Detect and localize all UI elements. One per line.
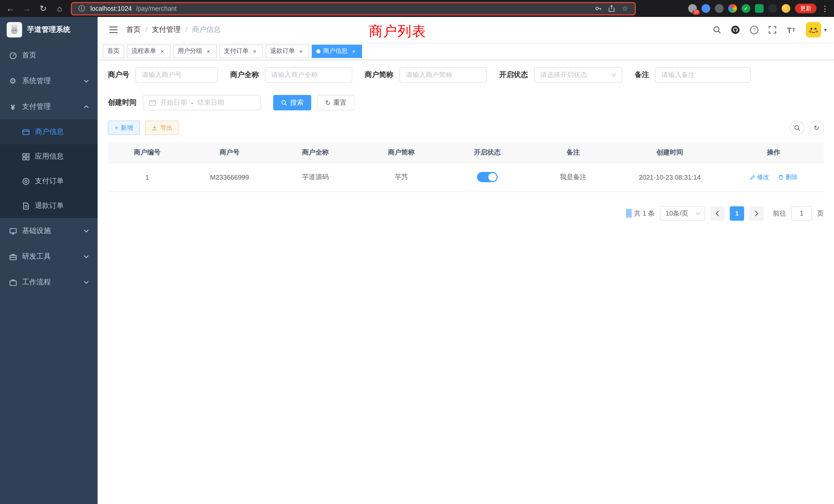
sidebar-item-pay-order[interactable]: 支付订单: [0, 169, 97, 193]
password-key-icon[interactable]: [594, 4, 603, 13]
status-toggle[interactable]: [477, 172, 498, 182]
add-button[interactable]: + 新增: [108, 121, 140, 135]
export-button[interactable]: 导出: [145, 121, 179, 135]
close-icon[interactable]: ×: [205, 47, 212, 55]
next-page-button[interactable]: [749, 206, 764, 221]
page-1-button[interactable]: 1: [730, 206, 744, 221]
extensions-puzzle-icon[interactable]: 10: [688, 4, 697, 13]
page-annotation: 商户列表: [369, 22, 426, 41]
help-icon[interactable]: ?: [747, 23, 761, 37]
browser-menu-icon[interactable]: ⋮: [821, 4, 829, 13]
cell-actions: 修改 删除: [724, 163, 824, 191]
show-search-toggle-button[interactable]: [790, 121, 804, 135]
placeholder-text: 请输入商户简称: [406, 70, 453, 79]
toolbox-icon: [9, 253, 17, 261]
cell-short-name: 芋艿: [358, 163, 444, 191]
share-icon[interactable]: [607, 4, 616, 13]
url-path: /pay/merchant: [136, 5, 176, 12]
back-icon[interactable]: ←: [5, 4, 16, 13]
bookmark-star-icon[interactable]: ☆: [620, 4, 630, 13]
create-time-range-picker[interactable]: 开始日期 - 结束日期: [143, 95, 261, 110]
sidebar-item-devtools[interactable]: 研发工具: [0, 244, 97, 270]
home-icon[interactable]: ⌂: [54, 4, 65, 13]
delete-link[interactable]: 删除: [778, 173, 797, 181]
collapse-sidebar-icon[interactable]: [105, 21, 122, 39]
chevron-down-icon: [84, 254, 89, 259]
goto-page-input[interactable]: [791, 206, 812, 221]
extension-drop-icon[interactable]: [702, 4, 710, 13]
sidebar-item-merchant-info[interactable]: 商户信息: [0, 120, 97, 144]
extension-green-square-icon[interactable]: [755, 4, 764, 13]
close-icon[interactable]: ×: [159, 47, 166, 55]
dashboard-icon: [9, 51, 17, 60]
extension-pinwheel-icon[interactable]: [768, 4, 777, 13]
edit-link[interactable]: 修改: [749, 173, 769, 181]
placeholder-text: 请选择开启状态: [540, 70, 587, 79]
user-avatar-menu[interactable]: ▾: [806, 22, 827, 38]
sidebar-item-label: 工作流程: [22, 278, 79, 287]
short-name-label: 商户简称: [365, 70, 393, 79]
document-icon: [22, 202, 30, 210]
chevron-down-icon: [84, 228, 89, 233]
tab-home[interactable]: 首页: [103, 44, 124, 58]
github-icon[interactable]: [729, 23, 742, 37]
breadcrumb-home[interactable]: 首页: [126, 25, 141, 35]
remark-input[interactable]: 请输入备注: [655, 67, 751, 83]
sidebar-item-pay[interactable]: ¥ 支付管理: [0, 94, 97, 120]
prev-page-button[interactable]: [710, 206, 725, 221]
merchant-no-input[interactable]: 请输入商户号: [136, 67, 218, 83]
extension-badge: 10: [692, 10, 700, 15]
sidebar-item-workflow[interactable]: 工作流程: [0, 270, 97, 295]
browser-window: ← → ↻ ⌂ ⓘ localhost:1024 /pay/merchant ☆…: [0, 0, 834, 504]
profile-avatar-icon[interactable]: [782, 4, 790, 13]
short-name-input[interactable]: 请输入商户简称: [399, 67, 487, 83]
tab-pay-order[interactable]: 支付订单 ×: [219, 44, 263, 58]
sidebar-item-label: 研发工具: [22, 252, 79, 261]
full-name-input[interactable]: 请输入商户全称: [265, 67, 352, 83]
sidebar-item-label: 商户信息: [35, 127, 89, 137]
reset-button[interactable]: ↻ 重置: [317, 95, 354, 110]
close-icon[interactable]: ×: [251, 47, 258, 55]
font-size-icon[interactable]: TT: [785, 23, 798, 37]
cell-merchant-id: 1: [108, 163, 187, 191]
table-header-row: 商户编号 商户号 商户全称 商户简称 开启状态 备注 创建时间 操作: [108, 142, 824, 163]
forward-icon[interactable]: →: [22, 4, 32, 13]
sidebar-item-home[interactable]: 首页: [0, 43, 97, 68]
tab-process-form[interactable]: 流程表单 ×: [127, 44, 171, 58]
col-remark: 备注: [530, 142, 616, 163]
site-info-icon[interactable]: ⓘ: [77, 4, 86, 13]
breadcrumb-pay[interactable]: 支付管理: [152, 25, 181, 35]
tab-label: 支付订单: [224, 47, 248, 55]
app-logo[interactable]: 芋道管理系统: [0, 17, 97, 43]
address-bar[interactable]: ⓘ localhost:1024 /pay/merchant ☆: [71, 2, 636, 15]
breadcrumb-separator: /: [145, 26, 147, 34]
browser-update-button[interactable]: 更新: [795, 4, 816, 13]
close-icon[interactable]: ×: [350, 47, 357, 55]
tab-label: 流程表单: [131, 47, 156, 55]
close-icon[interactable]: ×: [297, 47, 305, 55]
refresh-table-button[interactable]: ↻: [809, 121, 824, 135]
extension-dark-icon[interactable]: [715, 4, 724, 13]
chevron-down-icon: [84, 78, 89, 84]
fullscreen-icon[interactable]: [766, 23, 779, 37]
extension-green-check-icon[interactable]: ✓: [742, 4, 750, 13]
extensions-area: 10 ✓ 更新 ⋮: [688, 4, 829, 13]
sidebar-item-label: 首页: [22, 51, 89, 60]
sidebar-item-app-info[interactable]: 应用信息: [0, 144, 97, 169]
reload-icon[interactable]: ↻: [38, 4, 48, 13]
sidebar-item-label: 支付订单: [35, 177, 89, 186]
search-button[interactable]: 搜索: [273, 95, 311, 110]
page-size-select[interactable]: 10条/页: [660, 206, 705, 221]
sidebar-item-system[interactable]: ⚙ 系统管理: [0, 68, 97, 94]
status-select[interactable]: 请选择开启状态: [534, 67, 622, 83]
sidebar-item-refund-order[interactable]: 退款订单: [0, 193, 97, 218]
tab-refund-order[interactable]: 退款订单 ×: [265, 44, 309, 58]
sidebar-item-infra[interactable]: 基础设施: [0, 218, 97, 244]
tab-user-group[interactable]: 用户分组 ×: [173, 44, 217, 58]
toolbar: + 新增 导出 ↻: [108, 121, 824, 135]
top-navbar: 首页 / 支付管理 / 商户信息 商户列表 ?: [97, 17, 834, 43]
extension-avatar-icon[interactable]: [728, 4, 737, 13]
create-time-label: 创建时间: [108, 98, 137, 107]
search-icon[interactable]: [710, 23, 724, 37]
tab-merchant-info[interactable]: 商户信息 ×: [312, 44, 362, 58]
